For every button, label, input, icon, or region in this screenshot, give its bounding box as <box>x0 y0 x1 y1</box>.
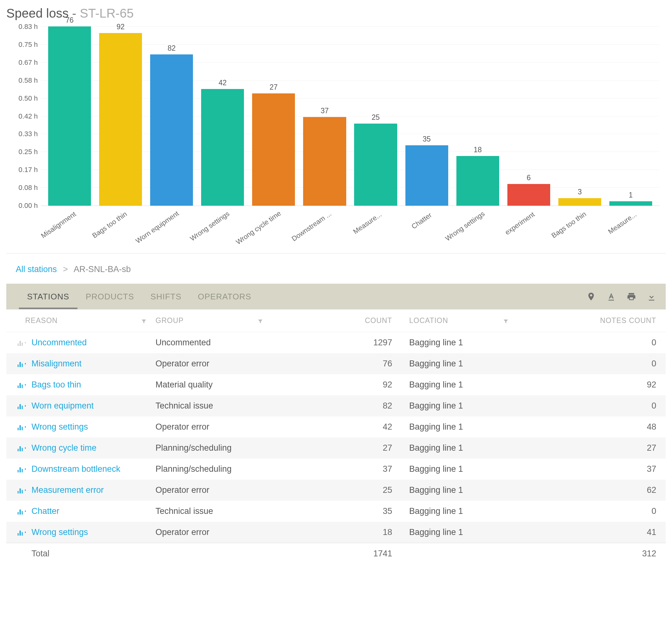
bar-chart-icon <box>18 361 26 367</box>
cell-notes: 41 <box>513 522 666 543</box>
x-tick-label: Measure... <box>352 210 383 236</box>
reason-link[interactable]: Wrong cycle time <box>31 443 97 453</box>
filter-icon[interactable] <box>503 319 509 324</box>
cell-group: Operator error <box>151 480 267 501</box>
bar-chart-icon <box>18 403 26 409</box>
y-tick-label: 0.00 h <box>6 202 38 210</box>
bar[interactable] <box>201 89 244 206</box>
reason-link[interactable]: Uncommented <box>31 338 87 348</box>
bar[interactable] <box>456 156 499 206</box>
bar-value-label: 92 <box>117 23 125 31</box>
breadcrumb-root[interactable]: All stations <box>16 265 57 274</box>
location-pin-icon[interactable] <box>586 292 596 301</box>
total-label: Total <box>6 543 151 564</box>
bar-value-label: 25 <box>372 113 380 122</box>
reason-link[interactable]: Wrong settings <box>31 527 88 537</box>
col-group[interactable]: GROUP <box>155 317 184 325</box>
bar[interactable] <box>150 54 193 206</box>
y-tick-label: 0.50 h <box>6 94 38 103</box>
bar-value-label: 42 <box>218 79 226 87</box>
y-tick-label: 0.08 h <box>6 184 38 192</box>
download-icon[interactable] <box>647 292 656 301</box>
y-tick-label: 0.33 h <box>6 130 38 138</box>
breadcrumb-sep: > <box>59 265 72 274</box>
cell-group: Operator error <box>151 353 267 374</box>
bar-chart-icon <box>18 508 26 514</box>
tab-shifts[interactable]: SHIFTS <box>142 284 190 309</box>
table-row: UncommentedUncommented1297Bagging line 1… <box>6 332 666 353</box>
bar[interactable] <box>252 94 295 206</box>
cell-group: Planning/scheduling <box>151 458 267 480</box>
cell-notes: 92 <box>513 374 666 395</box>
tab-products[interactable]: PRODUCTS <box>77 284 142 309</box>
print-icon[interactable] <box>627 292 636 301</box>
cell-group: Operator error <box>151 522 267 543</box>
y-tick-label: 0.25 h <box>6 148 38 156</box>
bar[interactable] <box>99 33 142 206</box>
cell-group: Operator error <box>151 417 267 437</box>
x-tick-label: experiment <box>503 210 536 237</box>
bar-slot: 92 <box>95 23 146 206</box>
bar-value-label: 35 <box>423 135 431 144</box>
bar-chart: 0.00 h0.08 h0.17 h0.25 h0.33 h0.42 h0.50… <box>6 27 666 241</box>
y-tick-label: 0.58 h <box>6 76 38 84</box>
bar-slot: 82 <box>146 44 197 206</box>
breadcrumb: All stations > AR-SNL-BA-sb <box>6 265 666 284</box>
reason-link[interactable]: Downstream bottleneck <box>31 464 120 474</box>
bar-value-label: 82 <box>167 44 176 52</box>
tab-operators[interactable]: OPERATORS <box>190 284 260 309</box>
table-row: MisalignmentOperator error76Bagging line… <box>6 353 666 374</box>
bar-value-label: 6 <box>527 174 531 182</box>
x-tick-label: Misalignment <box>39 210 77 240</box>
bar-slot: 25 <box>350 113 401 206</box>
cell-count: 35 <box>267 501 397 522</box>
cell-count: 27 <box>267 437 397 458</box>
bar[interactable] <box>558 198 601 206</box>
bar-value-label: 76 <box>66 16 74 25</box>
col-count[interactable]: COUNT <box>365 317 392 325</box>
cell-count: 92 <box>267 374 397 395</box>
y-tick-label: 0.75 h <box>6 41 38 49</box>
reason-link[interactable]: Chatter <box>31 506 59 516</box>
tab-stations[interactable]: STATIONS <box>19 284 77 309</box>
reason-link[interactable]: Worn equipment <box>31 401 94 411</box>
bar-chart-icon <box>18 466 26 472</box>
tabs-bar: STATIONSPRODUCTSSHIFTSOPERATORS <box>6 284 666 309</box>
cell-count: 1297 <box>267 332 397 353</box>
cell-notes: 27 <box>513 437 666 458</box>
cell-count: 76 <box>267 353 397 374</box>
filter-icon[interactable] <box>258 319 263 324</box>
font-underline-icon[interactable] <box>606 292 616 301</box>
filter-icon[interactable] <box>141 319 147 324</box>
table-row: Downstream bottleneckPlanning/scheduling… <box>6 458 666 480</box>
cell-notes: 48 <box>513 417 666 437</box>
bar[interactable] <box>303 117 346 206</box>
cell-count: 37 <box>267 458 397 480</box>
x-tick-label: Measure... <box>606 210 638 236</box>
bar-slot: 18 <box>452 146 503 206</box>
cell-count: 82 <box>267 395 397 417</box>
cell-count: 25 <box>267 480 397 501</box>
reason-link[interactable]: Measurement error <box>31 485 104 495</box>
bar[interactable] <box>609 201 652 206</box>
y-tick-label: 0.83 h <box>6 23 38 31</box>
bar[interactable] <box>354 124 397 206</box>
bar[interactable] <box>48 26 91 206</box>
bar-slot: 76 <box>44 16 95 206</box>
bar[interactable] <box>405 145 448 206</box>
table-row: Worn equipmentTechnical issue82Bagging l… <box>6 395 666 417</box>
cell-notes: 37 <box>513 458 666 480</box>
cell-location: Bagging line 1 <box>397 501 513 522</box>
reason-link[interactable]: Bags too thin <box>31 380 81 390</box>
col-reason[interactable]: REASON <box>25 317 57 325</box>
bar[interactable] <box>507 184 550 206</box>
bar-value-label: 3 <box>578 188 582 196</box>
cell-location: Bagging line 1 <box>397 437 513 458</box>
cell-group: Technical issue <box>151 501 267 522</box>
reason-link[interactable]: Misalignment <box>31 359 81 369</box>
cell-notes: 0 <box>513 501 666 522</box>
reason-link[interactable]: Wrong settings <box>31 422 88 432</box>
col-location[interactable]: LOCATION <box>409 317 448 325</box>
col-notes[interactable]: NOTES COUNT <box>600 317 656 325</box>
table-row: Wrong settingsOperator error42Bagging li… <box>6 417 666 437</box>
